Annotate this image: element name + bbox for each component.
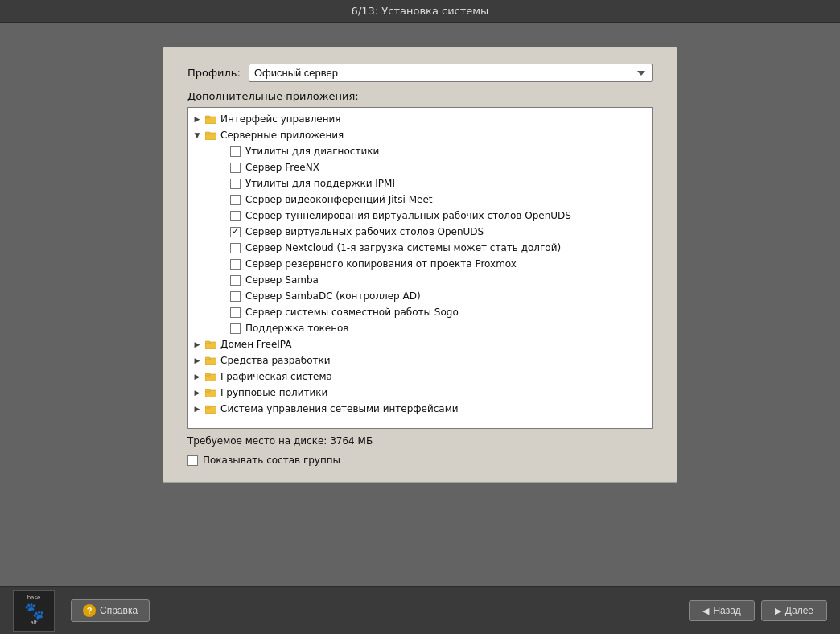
tree-item-graphics[interactable]: Графическая система: [188, 368, 652, 385]
checkbox-freenx[interactable]: [230, 163, 241, 173]
title-bar: 6/13: Установка системы: [0, 0, 840, 23]
label-nextcloud: Сервер Nextcloud (1-я загрузка системы м…: [245, 241, 561, 255]
folder-icon-interface: [204, 113, 217, 125]
tree-list[interactable]: Интерфейс управления Серверные приложени…: [187, 107, 653, 429]
back-button[interactable]: ◀ Назад: [689, 600, 754, 621]
tree-label-interface: Интерфейс управления: [220, 112, 341, 126]
logo-box: base 🐾 alt: [13, 590, 55, 632]
nav-buttons: ◀ Назад ▶ Далее: [689, 600, 827, 621]
expand-icon-group-policy[interactable]: [191, 387, 203, 398]
checkbox-sambadc[interactable]: [230, 291, 241, 302]
svg-rect-17: [205, 406, 210, 408]
svg-rect-5: [205, 116, 210, 118]
expand-icon-freeipa[interactable]: [191, 339, 203, 350]
help-icon: ?: [83, 604, 96, 617]
main-window: 6/13: Установка системы Профиль: Офисный…: [0, 0, 840, 634]
tree-item-sambadc[interactable]: Сервер SambaDC (контроллер AD): [188, 288, 652, 304]
expand-icon-server-apps[interactable]: [191, 130, 203, 141]
bottom-bar: base 🐾 alt ? Справка ◀ Назад ▶ Далее: [0, 586, 840, 634]
tree-label-dev-tools: Средства разработки: [220, 353, 331, 368]
tree-label-group-policy: Групповые политики: [220, 385, 327, 400]
disk-space-label: Требуемое место на диске: 3764 МБ: [187, 435, 653, 447]
show-group-label: Показывать состав группы: [203, 455, 340, 466]
next-button[interactable]: ▶ Далее: [761, 600, 827, 621]
expand-icon-interface[interactable]: [191, 113, 203, 125]
label-sambadc: Сервер SambaDC (контроллер AD): [245, 289, 421, 303]
checkbox-tokens[interactable]: [230, 323, 241, 334]
folder-icon-freeipa: [204, 339, 217, 350]
tree-item-jitsi[interactable]: Сервер видеоконференций Jitsi Meet: [188, 191, 652, 208]
tree-item-openuds-tunnel[interactable]: Сервер туннелирования виртуальных рабочи…: [188, 208, 652, 224]
help-label: Справка: [100, 605, 138, 616]
logo-area: base 🐾 alt: [13, 590, 55, 632]
svg-rect-15: [205, 389, 210, 392]
checkbox-proxmox[interactable]: [230, 259, 241, 270]
svg-rect-7: [205, 132, 210, 134]
checkbox-openuds-tunnel[interactable]: [230, 211, 241, 221]
expand-icon-dev-tools[interactable]: [191, 355, 203, 366]
next-label: Далее: [785, 605, 813, 616]
inner-panel: Профиль: Офисный сервер Рабочая станция …: [163, 47, 677, 483]
tree-item-network-mgmt[interactable]: Система управления сетевыми интерфейсами: [188, 401, 652, 417]
tree-item-proxmox[interactable]: Сервер резервного копирования от проекта…: [188, 256, 652, 272]
window-title: 6/13: Установка системы: [352, 5, 489, 17]
profile-select[interactable]: Офисный сервер Рабочая станция Сервер: [249, 64, 653, 82]
folder-icon-graphics: [204, 371, 217, 382]
profile-label: Профиль:: [187, 67, 241, 79]
label-sogo: Сервер системы совместной работы Sogo: [245, 305, 459, 319]
tree-item-sogo[interactable]: Сервер системы совместной работы Sogo: [188, 304, 652, 320]
checkbox-samba[interactable]: [230, 275, 241, 286]
label-jitsi: Сервер видеоконференций Jitsi Meet: [245, 192, 432, 207]
show-group-row: Показывать состав группы: [187, 455, 653, 466]
tree-label-network-mgmt: Система управления сетевыми интерфейсами: [220, 401, 459, 416]
profile-row: Профиль: Офисный сервер Рабочая станция …: [187, 64, 653, 82]
tree-label-freeipa: Домен FreeIPA: [220, 337, 292, 352]
tree-item-openuds[interactable]: Сервер виртуальных рабочих столов OpenUD…: [188, 224, 652, 240]
folder-icon-network-mgmt: [204, 403, 217, 414]
checkbox-diagnostic[interactable]: [230, 146, 241, 157]
tree-item-diagnostic[interactable]: Утилиты для диагностики: [188, 143, 652, 159]
label-tokens: Поддержка токенов: [245, 321, 348, 336]
additional-apps-label: Дополнительные приложения:: [187, 90, 653, 102]
content-area: Профиль: Офисный сервер Рабочая станция …: [0, 23, 840, 586]
label-openuds: Сервер виртуальных рабочих столов OpenUD…: [245, 224, 484, 239]
tree-item-nextcloud[interactable]: Сервер Nextcloud (1-я загрузка системы м…: [188, 240, 652, 256]
logo-paw-icon: 🐾: [24, 601, 44, 620]
tree-label-graphics: Графическая система: [220, 369, 332, 384]
expand-icon-network-mgmt[interactable]: [191, 403, 203, 414]
folder-icon-group-policy: [204, 387, 217, 398]
tree-item-ipmi[interactable]: Утилиты для поддержки IPMI: [188, 175, 652, 191]
svg-rect-11: [205, 357, 210, 360]
show-group-checkbox[interactable]: [187, 455, 198, 466]
tree-item-server-apps[interactable]: Серверные приложения: [188, 127, 652, 143]
tree-item-freenx[interactable]: Сервер FreeNX: [188, 159, 652, 175]
checkbox-jitsi[interactable]: [230, 195, 241, 205]
folder-icon-server-apps: [204, 130, 217, 141]
tree-item-freeipa[interactable]: Домен FreeIPA: [188, 336, 652, 352]
tree-item-interface[interactable]: Интерфейс управления: [188, 111, 652, 127]
checkbox-openuds[interactable]: [230, 227, 241, 237]
help-button[interactable]: ? Справка: [71, 599, 150, 622]
tree-item-dev-tools[interactable]: Средства разработки: [188, 352, 652, 368]
folder-icon-dev-tools: [204, 355, 217, 366]
logo-text-base: base: [27, 595, 41, 601]
label-openuds-tunnel: Сервер туннелирования виртуальных рабочи…: [245, 208, 571, 223]
checkbox-sogo[interactable]: [230, 307, 241, 318]
tree-item-samba[interactable]: Сервер Samba: [188, 272, 652, 288]
label-freenx: Сервер FreeNX: [245, 160, 319, 175]
expand-icon-graphics[interactable]: [191, 371, 203, 382]
checkbox-nextcloud[interactable]: [230, 243, 241, 253]
next-arrow-icon: ▶: [775, 606, 781, 616]
svg-rect-13: [205, 373, 210, 376]
label-ipmi: Утилиты для поддержки IPMI: [245, 176, 395, 191]
label-samba: Сервер Samba: [245, 273, 319, 287]
tree-item-group-policy[interactable]: Групповые политики: [188, 385, 652, 401]
back-arrow-icon: ◀: [702, 606, 709, 616]
logo-text-alt: alt: [31, 620, 38, 626]
checkbox-ipmi[interactable]: [230, 179, 241, 189]
tree-item-tokens[interactable]: Поддержка токенов: [188, 320, 652, 336]
label-diagnostic: Утилиты для диагностики: [245, 144, 379, 158]
tree-label-server-apps: Серверные приложения: [220, 128, 344, 142]
label-proxmox: Сервер резервного копирования от проекта…: [245, 257, 517, 271]
svg-rect-9: [205, 341, 210, 344]
